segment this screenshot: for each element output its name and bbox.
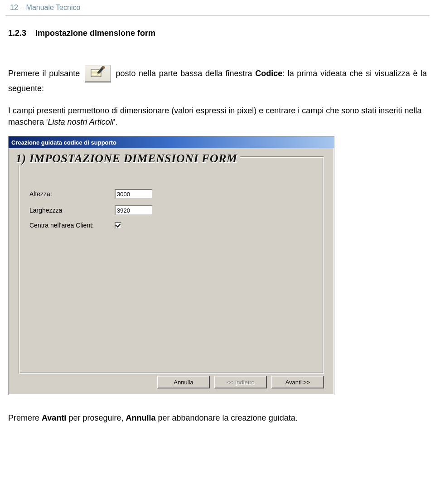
section-title: Impostazione dimensione form bbox=[35, 29, 155, 38]
annulla-button[interactable]: Annulla bbox=[157, 376, 210, 388]
dialog-title: Creazione guidata codice di supporto bbox=[11, 139, 116, 146]
wizard-step-heading: 1) IMPOSTAZIONE DIMENSIONI FORM bbox=[13, 152, 240, 165]
dialog-titlebar[interactable]: Creazione guidata codice di supporto bbox=[9, 136, 334, 148]
design-button-toolbar bbox=[85, 65, 111, 82]
label-altezza: Altezza: bbox=[29, 190, 115, 198]
para2-after: '. bbox=[114, 117, 117, 126]
para1-before: Premere il pulsante bbox=[8, 69, 80, 78]
footer-avanti: Avanti bbox=[42, 413, 66, 422]
paragraph-1: Premere il pulsante p bbox=[8, 65, 427, 94]
row-centra: Centra nell'area Client: bbox=[29, 222, 153, 229]
dialog-button-row: Annulla << Indietro Avanti >> bbox=[157, 376, 324, 388]
footer-post: per abbandonare la creazione guidata. bbox=[155, 413, 297, 422]
footer-annulla: Annulla bbox=[126, 413, 155, 422]
label-larghezza: Larghezzza bbox=[29, 207, 115, 214]
footer-pre: Premere bbox=[8, 413, 42, 422]
row-larghezza: Larghezzza bbox=[29, 205, 153, 215]
avanti-button[interactable]: Avanti >> bbox=[271, 376, 324, 388]
indietro-rest: ndietro bbox=[237, 379, 255, 386]
wizard-dialog: Creazione guidata codice di supporto 1) … bbox=[8, 136, 334, 395]
indietro-button: << Indietro bbox=[214, 376, 267, 388]
design-button[interactable] bbox=[85, 65, 111, 82]
pen-note-icon bbox=[91, 66, 105, 81]
para1-codice: Codice bbox=[255, 69, 282, 78]
dialog-body: 1) IMPOSTAZIONE DIMENSIONI FORM Altezza:… bbox=[9, 148, 334, 395]
para2-italic: Lista nostri Articoli bbox=[48, 117, 113, 126]
form-area: Altezza: Larghezzza Centra nell'area Cli… bbox=[29, 189, 153, 235]
para1-after1: posto nella parte bassa della finestra bbox=[116, 69, 255, 78]
input-larghezza[interactable] bbox=[115, 205, 153, 215]
row-altezza: Altezza: bbox=[29, 189, 153, 199]
footer-paragraph: Premere Avanti per proseguire, Annulla p… bbox=[0, 395, 435, 423]
label-centra: Centra nell'area Client: bbox=[29, 222, 115, 229]
annulla-accel: A bbox=[174, 379, 178, 386]
indietro-prefix: << bbox=[227, 379, 235, 386]
page-header: 12 – Manuale Tecnico bbox=[5, 0, 430, 16]
avanti-accel: A bbox=[285, 379, 289, 386]
checkbox-centra[interactable] bbox=[115, 222, 121, 229]
section-heading: 1.2.3 Impostazione dimensione form bbox=[8, 29, 427, 38]
section-number: 1.2.3 bbox=[8, 29, 26, 38]
paragraph-2: I campi presenti permettono di dimension… bbox=[8, 105, 427, 128]
footer-mid: per proseguire, bbox=[66, 413, 126, 422]
annulla-rest: nnulla bbox=[178, 379, 193, 386]
input-altezza[interactable] bbox=[115, 189, 153, 199]
avanti-rest: vanti >> bbox=[289, 379, 310, 386]
